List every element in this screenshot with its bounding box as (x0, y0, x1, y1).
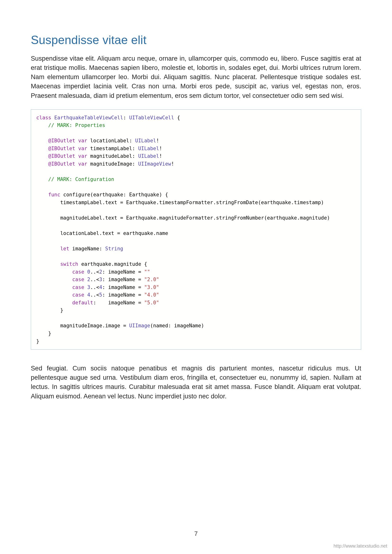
code-token: 5 (99, 292, 102, 298)
paragraph-2: Sed feugiat. Cum sociis natoque penatibu… (31, 364, 361, 401)
code-token: UIImage (129, 323, 150, 329)
code-token: "2.0" (144, 277, 159, 282)
code-token: 2 (99, 269, 102, 275)
code-token: locationLabel.text = earthquake.name (60, 230, 168, 236)
code-token: var (78, 153, 87, 159)
code-token: 2 (87, 277, 90, 282)
code-token: ..< (90, 269, 99, 275)
code-token: : imageName = (93, 300, 144, 305)
code-token: default (72, 300, 93, 305)
code-token: } (36, 339, 39, 344)
code-token: 0 (87, 269, 90, 275)
code-token: EarthquakeTableViewCell (54, 115, 123, 121)
code-token: var (78, 161, 87, 167)
code-token: } (60, 307, 63, 313)
code-token: @IBOutlet (48, 146, 75, 151)
code-token: UILabel (138, 153, 159, 159)
code-token: case (72, 292, 84, 298)
code-token: (named: imageName) (150, 323, 204, 329)
code-token: ..< (90, 292, 99, 298)
code-token: ..< (90, 284, 99, 290)
code-token: { (174, 115, 180, 121)
code-token: magnitudeImage.image = (60, 323, 129, 329)
document-page: Suspendisse vitae elit Suspendisse vitae… (0, 0, 392, 554)
code-token: ! (156, 138, 159, 144)
code-token: case (72, 284, 84, 290)
paragraph-1: Suspendisse vitae elit. Aliquam arcu neq… (31, 54, 361, 100)
code-token: ! (159, 153, 162, 159)
code-token: : imageName = (102, 269, 144, 275)
code-token: func (48, 192, 60, 198)
code-token: : imageName = (102, 292, 144, 298)
code-token: 3 (99, 277, 102, 282)
code-token: : imageName = (102, 284, 144, 290)
code-token: @IBOutlet (48, 138, 75, 144)
code-token: "4.0" (144, 292, 159, 298)
code-token: "" (144, 269, 150, 275)
code-token: // MARK: Properties (48, 122, 105, 128)
code-token: let (60, 246, 69, 251)
code-token: case (72, 277, 84, 282)
code-token: @IBOutlet (48, 161, 75, 167)
code-token: locationLabel: (87, 138, 135, 144)
code-token: UILabel (138, 146, 159, 151)
code-token: configure(earthquake: Earthquake) { (60, 192, 168, 198)
code-token: case (72, 269, 84, 275)
code-token: UIImageView (138, 161, 171, 167)
code-token: var (78, 146, 87, 151)
code-token: 4 (87, 292, 90, 298)
code-token: magnitudeLabel: (87, 153, 138, 159)
code-token: UITableViewCell (129, 115, 174, 121)
code-token: // MARK: Configuration (48, 176, 114, 182)
page-number: 7 (0, 530, 392, 537)
code-token: @IBOutlet (48, 153, 75, 159)
code-token: 4 (99, 284, 102, 290)
code-token: timestampLabel.text = Earthquake.timesta… (60, 200, 324, 205)
code-token: "3.0" (144, 284, 159, 290)
code-token: switch (60, 261, 78, 267)
footer-link: http://www.latexstudio.net (333, 543, 387, 549)
code-token: String (105, 246, 123, 251)
code-listing: class EarthquakeTableViewCell: UITableVi… (31, 110, 361, 350)
code-token: 3 (87, 284, 90, 290)
code-token: imageName: (69, 246, 105, 251)
code-token: magnitudeLabel.text = Earthquake.magnitu… (60, 215, 330, 221)
code-token: UILabel (135, 138, 156, 144)
code-token: ! (159, 146, 162, 151)
code-token: earthquake.magnitude { (78, 261, 147, 267)
code-token: "5.0" (144, 300, 159, 305)
code-token: var (78, 138, 87, 144)
section-heading: Suspendisse vitae elit (31, 33, 361, 47)
code-token: ..< (90, 277, 99, 282)
code-token: } (48, 331, 51, 336)
code-token: : imageName = (102, 277, 144, 282)
code-token: ! (171, 161, 174, 167)
code-token: : (123, 115, 129, 121)
code-token: timestampLabel: (87, 146, 138, 151)
code-token: magnitudeImage: (87, 161, 138, 167)
code-token: class (36, 115, 51, 121)
